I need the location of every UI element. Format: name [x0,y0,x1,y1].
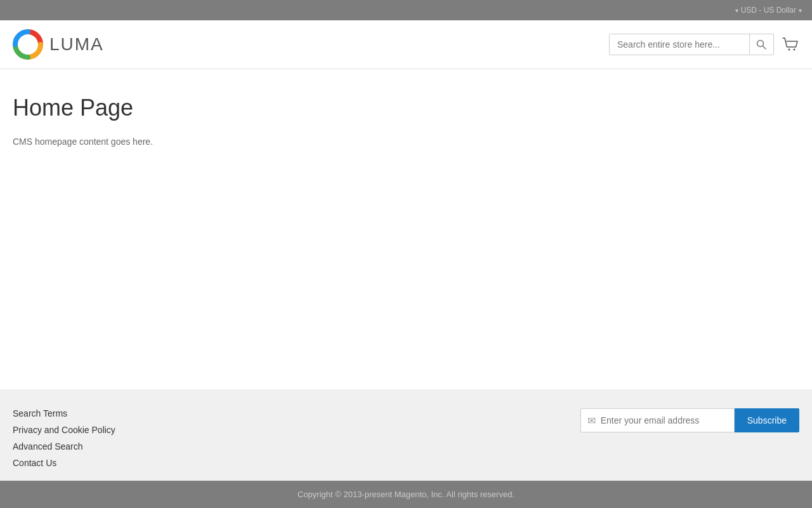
cart-button[interactable] [782,36,799,53]
top-bar: ▾ USD - US Dollar ▾ [0,0,812,20]
footer-link-privacy[interactable]: Privacy and Cookie Policy [13,425,115,435]
site-footer: Search Terms Privacy and Cookie Policy A… [0,389,812,481]
search-icon [756,39,766,50]
subscribe-button[interactable]: Subscribe [735,408,799,432]
search-input[interactable] [610,34,749,55]
email-icon: ✉ [587,415,596,427]
cart-icon [782,36,799,53]
main-content: Home Page CMS homepage content goes here… [0,69,812,389]
currency-selector[interactable]: ▾ USD - US Dollar ▾ [735,6,802,15]
footer-nav: Search Terms Privacy and Cookie Policy A… [13,408,115,468]
footer-link-advanced-search[interactable]: Advanced Search [13,441,115,451]
svg-point-4 [794,49,796,51]
bottom-bar: Copyright © 2013-present Magento, Inc. A… [0,481,812,508]
newsletter-area: ✉ Subscribe [580,408,799,432]
search-button[interactable] [749,34,773,55]
currency-chevron-left: ▾ [735,7,738,14]
site-header: LUMA [0,20,812,69]
newsletter-email-input[interactable] [601,415,728,425]
footer-link-search-terms[interactable]: Search Terms [13,408,115,418]
copyright-text: Copyright © 2013-present Magento, Inc. A… [298,490,514,499]
currency-chevron-right: ▾ [799,7,802,14]
search-wrapper [609,34,774,55]
page-subtitle: CMS homepage content goes here. [13,137,799,147]
header-right [609,34,799,55]
svg-line-2 [763,46,766,50]
page-title: Home Page [13,95,799,121]
footer-link-contact-us[interactable]: Contact Us [13,458,115,468]
logo-link[interactable]: LUMA [13,29,104,60]
newsletter-email-wrapper: ✉ [580,408,735,432]
svg-point-3 [789,49,790,51]
logo-text: LUMA [49,34,104,55]
logo-icon [13,29,43,60]
currency-label: USD - US Dollar [741,6,796,15]
